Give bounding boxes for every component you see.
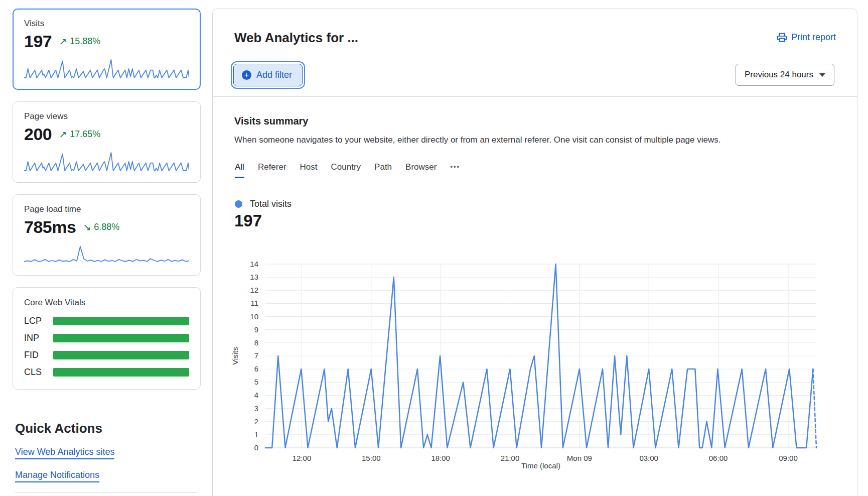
svg-text:7: 7 <box>254 351 258 360</box>
svg-text:Mon 09: Mon 09 <box>567 454 592 462</box>
print-report-label: Print report <box>791 32 836 43</box>
svg-text:9: 9 <box>254 325 258 334</box>
svg-text:10: 10 <box>250 312 258 321</box>
svg-text:03:00: 03:00 <box>639 454 658 462</box>
cwv-row-cls: CLS <box>24 367 189 378</box>
metric-label: Page views <box>24 111 189 121</box>
header-divider <box>213 96 857 97</box>
cwv-bar-fill <box>53 334 189 342</box>
trend-up-icon: ↗ <box>59 130 67 139</box>
legend-label: Total visits <box>250 199 292 209</box>
manage-notifications-link[interactable]: Manage Notifications <box>15 470 99 482</box>
trend-down-icon: ↘ <box>83 222 91 232</box>
total-visits-value: 197 <box>234 211 262 230</box>
cwv-row-lcp: LCP <box>24 316 189 326</box>
cwv-label: CLS <box>24 367 53 378</box>
svg-text:6: 6 <box>254 364 258 373</box>
cwv-bar-fill <box>53 351 189 359</box>
cwv-bar-fill <box>53 317 189 325</box>
metric-trend: ↘ 6.88% <box>83 222 119 232</box>
cwv-label: LCP <box>24 316 53 326</box>
trend-percent: 6.88% <box>94 222 119 232</box>
cwv-row-fid: FID <box>24 350 189 360</box>
metric-card-visits[interactable]: Visits 197 ↗ 15.88% <box>13 9 201 90</box>
cwv-label: FID <box>24 350 53 360</box>
cwv-bar <box>53 368 189 377</box>
svg-text:12: 12 <box>250 286 258 294</box>
svg-text:06:00: 06:00 <box>709 454 728 462</box>
core-web-vitals-title: Core Web Vitals <box>24 298 189 308</box>
add-filter-label: Add filter <box>256 70 292 80</box>
cwv-bar <box>53 351 189 359</box>
svg-text:18:00: 18:00 <box>431 454 450 462</box>
legend-dot-icon <box>235 200 242 208</box>
svg-text:0: 0 <box>254 443 258 452</box>
svg-text:3: 3 <box>254 404 258 413</box>
page-views-sparkline <box>24 149 189 172</box>
cwv-row-inp: INP <box>24 333 189 343</box>
cwv-bar <box>53 317 189 325</box>
svg-text:15:00: 15:00 <box>362 454 381 462</box>
sidebar-divider <box>15 492 198 493</box>
svg-text:Time (local): Time (local) <box>521 461 560 470</box>
svg-text:4: 4 <box>254 391 258 399</box>
print-report-button[interactable]: Print report <box>777 32 836 43</box>
tab-all[interactable]: All <box>235 162 244 178</box>
trend-percent: 17.65% <box>70 129 100 140</box>
svg-text:21:00: 21:00 <box>501 454 520 462</box>
svg-text:09:00: 09:00 <box>779 454 798 462</box>
visits-chart: 0123456789101112131412:0015:0018:0021:00… <box>228 252 845 472</box>
quick-actions-title: Quick Actions <box>15 421 201 436</box>
svg-text:14: 14 <box>250 260 258 268</box>
trend-up-icon: ↗ <box>59 37 67 46</box>
cwv-bar-fill <box>53 368 189 377</box>
metric-card-page-views[interactable]: Page views 200 ↗ 17.65% <box>13 101 201 183</box>
cwv-bar <box>53 334 189 342</box>
core-web-vitals-card: Core Web Vitals LCP INP FID CLS <box>13 287 201 390</box>
metrics-sidebar: Visits 197 ↗ 15.88% Page views 200 ↗ 17.… <box>13 9 201 493</box>
metric-card-page-load-time[interactable]: Page load time 785ms ↘ 6.88% <box>13 194 201 276</box>
svg-text:Visits: Visits <box>231 347 239 365</box>
chevron-down-icon <box>819 73 825 77</box>
metric-value: 197 <box>24 32 52 51</box>
svg-text:12:00: 12:00 <box>293 454 312 462</box>
metric-value: 785ms <box>24 217 76 237</box>
visits-summary-description: When someone navigates to your website, … <box>234 135 811 145</box>
metric-label: Page load time <box>24 204 189 214</box>
quick-actions-section: Quick Actions View Web Analytics sites M… <box>13 421 201 493</box>
metric-trend: ↗ 15.88% <box>59 36 100 47</box>
metric-trend: ↗ 17.65% <box>59 129 100 140</box>
trend-percent: 15.88% <box>70 36 100 47</box>
metric-value: 200 <box>24 125 52 144</box>
tab-browser[interactable]: Browser <box>405 162 437 178</box>
printer-icon <box>777 32 787 43</box>
metric-label: Visits <box>24 19 189 29</box>
svg-text:1: 1 <box>254 430 258 439</box>
visits-sparkline <box>24 56 189 79</box>
cwv-label: INP <box>24 333 53 343</box>
svg-text:11: 11 <box>250 299 258 307</box>
tab-referer[interactable]: Referer <box>258 162 286 178</box>
svg-text:8: 8 <box>254 338 258 347</box>
page-title: Web Analytics for ... <box>234 30 358 46</box>
web-analytics-panel: Web Analytics for ... Print report + Add… <box>212 9 857 496</box>
plus-circle-icon: + <box>242 70 251 80</box>
visits-summary-title: Visits summary <box>234 115 309 127</box>
tab-host[interactable]: Host <box>300 162 318 178</box>
visits-line-chart: 0123456789101112131412:0015:0018:0021:00… <box>228 252 845 472</box>
page-load-sparkline <box>24 242 189 265</box>
svg-text:2: 2 <box>254 417 258 426</box>
view-web-analytics-sites-link[interactable]: View Web Analytics sites <box>15 447 114 459</box>
chart-legend: Total visits <box>235 199 292 209</box>
more-tabs-icon[interactable]: ••• <box>450 163 460 178</box>
add-filter-button[interactable]: + Add filter <box>233 64 303 86</box>
tab-country[interactable]: Country <box>331 162 361 178</box>
time-range-label: Previous 24 hours <box>745 70 813 80</box>
tab-path[interactable]: Path <box>374 162 392 178</box>
svg-text:13: 13 <box>250 273 258 281</box>
time-range-dropdown[interactable]: Previous 24 hours <box>736 64 834 86</box>
dimension-tabs: All Referer Host Country Path Browser ••… <box>235 162 460 178</box>
svg-text:5: 5 <box>254 378 258 386</box>
